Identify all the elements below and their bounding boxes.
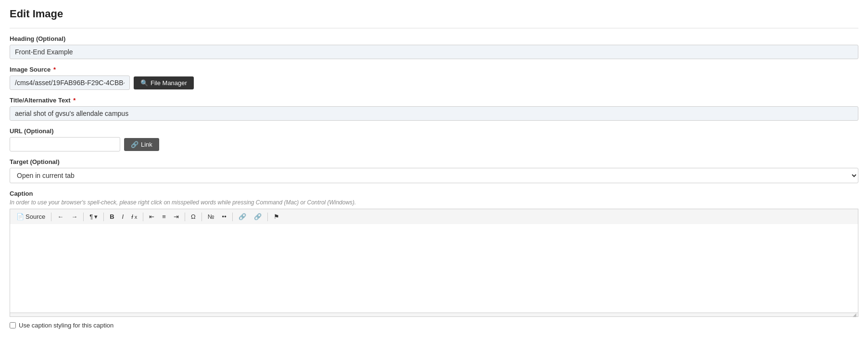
spell-check-hint: In order to use your browser's spell-che… xyxy=(10,199,858,206)
target-field-group: Target (Optional) Open in current tab Op… xyxy=(10,158,858,183)
redo-button[interactable]: → xyxy=(68,211,81,222)
source-icon: 📄 xyxy=(16,213,24,220)
url-field-group: URL (Optional) 🔗 Link xyxy=(10,127,858,151)
link-label: Link xyxy=(141,141,152,148)
chevron-down-icon: ▾ xyxy=(94,213,98,220)
file-manager-button[interactable]: 🔍 File Manager xyxy=(134,76,194,89)
alt-text-field-group: Title/Alternative Text * xyxy=(10,97,858,121)
image-source-row: 🔍 File Manager xyxy=(10,75,858,90)
alt-text-required: * xyxy=(72,97,76,104)
target-label: Target (Optional) xyxy=(10,158,858,165)
toolbar-sep-5 xyxy=(185,213,185,221)
insert-link-icon: 🔗 xyxy=(239,213,246,220)
strikethrough-x: x xyxy=(135,214,138,220)
alt-text-input[interactable] xyxy=(10,106,858,121)
toolbar-sep-6 xyxy=(201,213,202,221)
image-source-input[interactable] xyxy=(10,75,130,90)
format-dropdown-button[interactable]: ¶ ▾ xyxy=(86,211,101,222)
toolbar-sep-7 xyxy=(232,213,233,221)
link-button[interactable]: 🔗 Link xyxy=(124,138,159,151)
unordered-list-icon: •• xyxy=(222,213,226,220)
align-right-button[interactable]: ⇥ xyxy=(170,211,182,222)
search-icon: 🔍 xyxy=(140,79,148,87)
use-caption-checkbox[interactable] xyxy=(10,322,16,328)
toolbar-sep-4 xyxy=(143,213,143,221)
alt-text-label: Title/Alternative Text * xyxy=(10,97,858,104)
flag-icon: ⚑ xyxy=(274,213,279,220)
heading-input[interactable] xyxy=(10,45,858,59)
align-center-icon: ≡ xyxy=(162,213,166,220)
heading-label: Heading (Optional) xyxy=(10,35,858,42)
resize-handle-icon: ◢ xyxy=(853,312,856,317)
ordered-list-icon: № xyxy=(208,213,214,220)
unordered-list-button[interactable]: •• xyxy=(219,211,230,222)
special-char-icon: Ω xyxy=(191,213,196,220)
align-left-icon: ⇤ xyxy=(149,213,154,220)
source-button[interactable]: 📄 Source xyxy=(13,211,49,222)
undo-button[interactable]: ← xyxy=(54,211,67,222)
toolbar-sep-8 xyxy=(267,213,268,221)
remove-link-icon: 🔗 xyxy=(254,213,262,220)
strikethrough-button[interactable]: Ix xyxy=(128,211,140,222)
bold-button[interactable]: B xyxy=(106,211,117,222)
toolbar-sep-1 xyxy=(51,213,51,221)
align-right-icon: ⇥ xyxy=(174,213,179,220)
title-divider xyxy=(10,28,858,28)
use-caption-row: Use caption styling for this caption xyxy=(10,322,858,329)
flag-button[interactable]: ⚑ xyxy=(270,211,283,222)
insert-link-button[interactable]: 🔗 xyxy=(235,211,250,222)
page-title: Edit Image xyxy=(10,8,858,20)
url-input[interactable] xyxy=(10,137,120,151)
bold-label: B xyxy=(110,213,114,220)
ordered-list-button[interactable]: № xyxy=(204,211,218,222)
editor-resize-bar: ◢ xyxy=(10,313,858,317)
caption-section: Caption In order to use your browser's s… xyxy=(10,190,858,317)
undo-icon: ← xyxy=(57,213,63,220)
image-source-required: * xyxy=(51,66,56,73)
link-icon: 🔗 xyxy=(131,141,138,148)
caption-label: Caption xyxy=(10,190,858,197)
italic-label: I xyxy=(122,213,124,220)
caption-editor[interactable] xyxy=(10,224,858,313)
remove-link-button[interactable]: 🔗 xyxy=(251,211,265,222)
target-select[interactable]: Open in current tab Open in new tab Open… xyxy=(10,168,858,183)
redo-icon: → xyxy=(71,213,77,220)
align-center-button[interactable]: ≡ xyxy=(159,211,169,222)
source-label: Source xyxy=(25,213,45,220)
align-left-button[interactable]: ⇤ xyxy=(146,211,158,222)
editor-toolbar: 📄 Source ← → ¶ ▾ B I Ix ⇤ ≡ xyxy=(10,209,858,224)
italic-button[interactable]: I xyxy=(119,211,127,222)
special-char-button[interactable]: Ω xyxy=(188,211,199,222)
url-row: 🔗 Link xyxy=(10,137,858,151)
image-source-field-group: Image Source * 🔍 File Manager xyxy=(10,66,858,90)
heading-field-group: Heading (Optional) xyxy=(10,35,858,59)
editor-wrapper: ◢ xyxy=(10,224,858,317)
strikethrough-label: I xyxy=(131,213,133,220)
toolbar-sep-3 xyxy=(103,213,104,221)
toolbar-sep-2 xyxy=(83,213,84,221)
file-manager-label: File Manager xyxy=(151,79,187,87)
image-source-label: Image Source * xyxy=(10,66,858,73)
url-label: URL (Optional) xyxy=(10,127,858,135)
format-icon: ¶ xyxy=(89,213,93,220)
use-caption-text: Use caption styling for this caption xyxy=(19,322,113,329)
